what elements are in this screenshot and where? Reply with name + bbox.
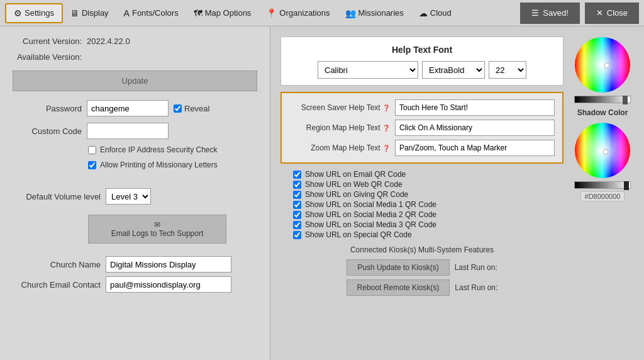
settings-icon: ⚙ xyxy=(14,8,22,18)
shadow-color-hex: #D8000000 xyxy=(580,191,625,201)
push-update-last-run: Last Run on: xyxy=(455,263,497,272)
qr-social1-checkbox[interactable] xyxy=(293,201,301,209)
svg-point-2 xyxy=(604,63,609,68)
reboot-row: Reboot Remote Kiosk(s) Last Run on: xyxy=(347,279,498,296)
screen-saver-input[interactable] xyxy=(395,99,555,116)
saved-icon: ☰ xyxy=(531,8,539,18)
church-email-input[interactable] xyxy=(106,276,231,293)
church-email-label: Church Email Contact xyxy=(13,280,101,290)
reboot-button[interactable]: Reboot Remote Kiosk(s) xyxy=(347,279,450,296)
main-content: Current Version: 2022.4.22.0 Available V… xyxy=(0,26,644,360)
font-size-select[interactable]: 22 16 18 20 24 28 xyxy=(489,61,526,79)
update-button[interactable]: Update xyxy=(13,70,257,91)
svg-point-5 xyxy=(603,149,608,154)
nav-item-missionaries[interactable]: 👥 Missionaries xyxy=(338,4,411,22)
allow-printing-checkbox[interactable] xyxy=(88,161,96,169)
main-color-wheel[interactable] xyxy=(574,37,631,93)
shadow-brightness-slider[interactable] xyxy=(574,181,631,189)
nav-item-mapoptions[interactable]: 🗺 Map Options xyxy=(186,4,259,22)
fontscolors-icon: A xyxy=(124,8,130,18)
main-brightness-slider[interactable] xyxy=(574,96,631,103)
allow-printing-row: Allow Printing of Missionary Letters xyxy=(88,160,257,169)
qr-social2-label: Show URL on Social Media 2 QR Code xyxy=(305,210,436,219)
nav-item-settings[interactable]: ⚙ Settings xyxy=(5,3,63,23)
qr-social2-row: Show URL on Social Media 2 QR Code xyxy=(293,210,564,219)
screen-saver-help-icon: ❓ xyxy=(382,104,390,111)
qr-social3-row: Show URL on Social Media 3 QR Code xyxy=(293,220,564,229)
help-inputs-box: Screen Saver Help Text ❓ Region Map Help… xyxy=(280,92,564,164)
qr-giving-label: Show URL on Giving QR Code xyxy=(305,190,408,199)
screen-saver-row: Screen Saver Help Text ❓ xyxy=(289,99,555,116)
custom-code-input[interactable] xyxy=(87,123,169,139)
shadow-color-label: Shadow Color xyxy=(577,108,628,117)
enforce-ip-label: Enforce IP Address Security Check xyxy=(100,145,218,154)
right-main: Help Text Font Calibri Arial Times New R… xyxy=(280,37,564,352)
close-icon: ✕ xyxy=(596,8,603,18)
display-icon: 🖥 xyxy=(70,8,79,18)
help-text-font-box: Help Text Font Calibri Arial Times New R… xyxy=(280,37,564,86)
qr-special-label: Show URL on Special QR Code xyxy=(305,230,412,239)
enforce-ip-checkbox[interactable] xyxy=(88,146,96,154)
svg-point-4 xyxy=(575,123,630,178)
qr-social2-checkbox[interactable] xyxy=(293,211,301,219)
screen-saver-label: Screen Saver Help Text ❓ xyxy=(289,103,390,112)
custom-code-label: Custom Code xyxy=(13,127,82,136)
qr-giving-row: Show URL on Giving QR Code xyxy=(293,190,564,199)
missionaries-icon: 👥 xyxy=(345,8,356,18)
nav-item-cloud[interactable]: ☁ Cloud xyxy=(411,4,459,22)
region-map-help-icon: ❓ xyxy=(382,125,390,132)
shadow-color-wheel[interactable] xyxy=(574,122,631,179)
region-map-label: Region Map Help Text ❓ xyxy=(289,123,390,132)
shadow-color-wheel-container: #D8000000 xyxy=(574,122,631,201)
enforce-ip-row: Enforce IP Address Security Check xyxy=(88,145,257,154)
font-family-select[interactable]: Calibri Arial Times New Roman Verdana xyxy=(318,61,418,79)
kiosk-title: Connected Kiosk(s) Multi-System Features xyxy=(350,245,494,254)
qr-web-checkbox[interactable] xyxy=(293,181,301,189)
volume-label: Default Volume level xyxy=(13,192,101,201)
qr-social3-label: Show URL on Social Media 3 QR Code xyxy=(305,220,436,229)
cloud-icon: ☁ xyxy=(419,8,428,18)
push-update-row: Push Update to Kiosk(s) Last Run on: xyxy=(347,259,497,276)
topnav-actions: ☰ Saved! ✕ Close xyxy=(520,3,639,24)
allow-printing-label: Allow Printing of Missionary Letters xyxy=(100,160,218,169)
qr-special-checkbox[interactable] xyxy=(293,231,301,239)
main-color-wheel-container xyxy=(574,37,631,103)
saved-button[interactable]: ☰ Saved! xyxy=(520,3,579,24)
church-name-label: Church Name xyxy=(13,260,101,269)
reboot-last-run: Last Run on: xyxy=(455,283,497,292)
volume-select[interactable]: Level 3 Level 1 Level 2 Level 4 Level 5 xyxy=(106,188,151,205)
close-button[interactable]: ✕ Close xyxy=(585,3,639,24)
qr-email-checkbox[interactable] xyxy=(293,171,301,179)
zoom-map-row: Zoom Map Help Text ❓ xyxy=(289,140,555,156)
nav-item-organizations[interactable]: 📍 Organizations xyxy=(258,4,337,22)
church-form: Church Name Church Email Contact xyxy=(13,256,257,296)
zoom-map-label: Zoom Map Help Text ❓ xyxy=(289,143,390,152)
password-input[interactable] xyxy=(87,100,169,116)
qr-social3-checkbox[interactable] xyxy=(293,221,301,229)
reveal-checkbox-row: Reveal xyxy=(174,104,209,113)
mapoptions-icon: 🗺 xyxy=(194,8,203,18)
nav-item-fontscolors[interactable]: A Fonts/Colors xyxy=(116,4,186,22)
qr-web-label: Show URL on Web QR Code xyxy=(305,180,402,189)
font-weight-select[interactable]: ExtraBold Regular Bold Italic xyxy=(422,61,485,79)
password-label: Password xyxy=(13,104,82,113)
push-update-button[interactable]: Push Update to Kiosk(s) xyxy=(347,259,449,276)
email-logs-button[interactable]: ✉ Email Logs to Tech Support xyxy=(88,215,226,244)
qr-web-row: Show URL on Web QR Code xyxy=(293,180,564,189)
church-name-input[interactable] xyxy=(106,256,231,273)
right-panel: Help Text Font Calibri Arial Times New R… xyxy=(270,26,644,360)
help-text-font-title: Help Text Font xyxy=(392,45,452,55)
left-panel: Current Version: 2022.4.22.0 Available V… xyxy=(0,26,270,360)
zoom-map-help-icon: ❓ xyxy=(382,145,390,152)
organizations-icon: 📍 xyxy=(266,8,277,18)
region-map-row: Region Map Help Text ❓ xyxy=(289,120,555,136)
qr-giving-checkbox[interactable] xyxy=(293,191,301,199)
qr-section: Show URL on Email QR Code Show URL on We… xyxy=(293,170,564,239)
zoom-map-input[interactable] xyxy=(395,140,555,156)
reveal-checkbox[interactable] xyxy=(174,104,182,113)
church-name-row: Church Name xyxy=(13,256,257,273)
region-map-input[interactable] xyxy=(395,120,555,136)
nav-item-display[interactable]: 🖥 Display xyxy=(63,4,116,22)
current-version-value: 2022.4.22.0 xyxy=(87,37,130,46)
current-version-label: Current Version: xyxy=(13,37,82,46)
